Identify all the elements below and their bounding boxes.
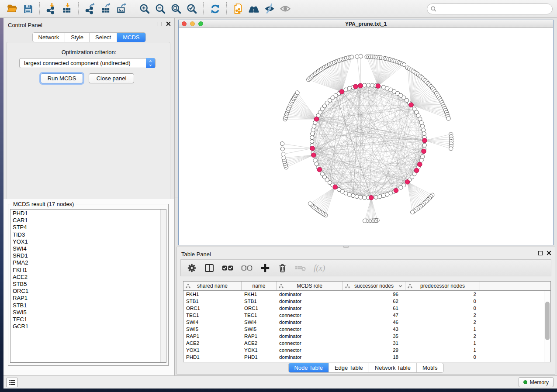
mcds-result-item[interactable]: PHD1 xyxy=(10,210,160,217)
close-panel-button[interactable]: Close panel xyxy=(89,73,134,83)
column-header-successor-nodes[interactable]: successor nodes xyxy=(343,282,405,290)
column-header-shared-name[interactable]: shared name xyxy=(183,282,242,290)
maximize-window-icon[interactable] xyxy=(198,21,203,26)
graph-edge[interactable] xyxy=(357,57,360,86)
graph-edge[interactable] xyxy=(318,72,342,92)
graph-edge[interactable] xyxy=(312,149,343,192)
graph-node[interactable] xyxy=(347,86,351,90)
graph-node[interactable] xyxy=(366,83,370,87)
table-options-gear-icon[interactable] xyxy=(187,263,197,273)
column-header-mcds-role[interactable]: MCDS role xyxy=(277,282,343,290)
graph-edge[interactable] xyxy=(310,187,335,203)
graph-leaf-node[interactable] xyxy=(446,117,450,120)
graph-edge[interactable] xyxy=(283,148,312,154)
graph-hub-node[interactable] xyxy=(409,103,414,107)
graph-edge[interactable] xyxy=(314,187,335,207)
graph-edge[interactable] xyxy=(320,187,335,211)
graph-hub-node[interactable] xyxy=(369,196,374,200)
graph-node[interactable] xyxy=(421,124,425,128)
show-log-button[interactable] xyxy=(6,378,18,387)
network-window-titlebar[interactable]: YPA_prune.txt_1 xyxy=(179,20,553,28)
mcds-result-item[interactable]: CAR1 xyxy=(10,217,160,224)
graph-hub-node[interactable] xyxy=(317,167,322,172)
graph-node[interactable] xyxy=(363,83,367,87)
graph-node[interactable] xyxy=(313,158,317,162)
tab-motifs[interactable]: Motifs xyxy=(416,363,443,372)
table-scrollbar-thumb[interactable] xyxy=(545,302,550,340)
mcds-result-item[interactable]: ACE2 xyxy=(10,274,160,281)
mcds-result-item[interactable]: TEC1 xyxy=(10,316,160,323)
tab-node-table[interactable]: Node Table xyxy=(288,363,329,372)
add-column-icon[interactable] xyxy=(260,263,270,273)
export-table-button[interactable] xyxy=(98,1,114,16)
graph-hub-node[interactable] xyxy=(353,84,358,89)
graph-edge[interactable] xyxy=(371,198,374,221)
graph-node[interactable] xyxy=(422,132,426,136)
column-header-predecessor-nodes[interactable]: predecessor nodes xyxy=(405,282,480,290)
graph-edge[interactable] xyxy=(360,56,361,86)
graph-leaf-node[interactable] xyxy=(295,91,299,95)
mcds-result-item[interactable]: ORC1 xyxy=(10,288,160,295)
close-window-icon[interactable] xyxy=(182,21,187,26)
graph-node[interactable] xyxy=(355,195,359,199)
mcds-result-item[interactable]: YOX1 xyxy=(10,238,160,245)
graph-node[interactable] xyxy=(381,85,385,89)
graph-node[interactable] xyxy=(421,155,425,158)
table-row[interactable]: STB1STB1dominator620 xyxy=(183,298,544,305)
graph-hub-node[interactable] xyxy=(333,185,338,189)
close-panel-icon[interactable] xyxy=(166,21,171,26)
graph-edge[interactable] xyxy=(408,182,419,208)
refresh-view-button[interactable] xyxy=(207,1,223,16)
graph-edge[interactable] xyxy=(411,85,429,105)
graph-leaf-node[interactable] xyxy=(402,63,406,67)
unselect-all-columns-icon[interactable] xyxy=(241,265,253,272)
graph-edge[interactable] xyxy=(292,102,317,119)
mcds-result-item[interactable]: GCR1 xyxy=(10,323,160,330)
share-document-button[interactable] xyxy=(230,1,246,16)
table-row[interactable]: RAP1RAP1dominator352 xyxy=(183,333,544,340)
mcds-result-item[interactable]: TID3 xyxy=(10,231,160,238)
open-file-button[interactable] xyxy=(4,1,20,16)
graph-hub-node[interactable] xyxy=(418,162,422,167)
table-row[interactable]: SWI4SWI4dominator462 xyxy=(183,319,544,326)
tab-network-table[interactable]: Network Table xyxy=(369,363,416,372)
zoom-selected-button[interactable] xyxy=(184,1,200,16)
graph-node[interactable] xyxy=(310,139,314,143)
graph-edge[interactable] xyxy=(285,155,314,162)
run-mcds-button[interactable]: Run MCDS xyxy=(41,73,83,83)
graph-edge[interactable] xyxy=(318,187,336,210)
table-row[interactable]: FKH1FKH1dominator962 xyxy=(183,291,544,298)
graph-hub-node[interactable] xyxy=(314,117,319,122)
graph-edge[interactable] xyxy=(374,57,378,86)
graph-node[interactable] xyxy=(311,132,315,136)
table-scrollbar[interactable] xyxy=(544,291,550,362)
graph-leaf-node[interactable] xyxy=(281,152,285,156)
mcds-result-item[interactable]: STB1 xyxy=(10,302,160,309)
graph-node[interactable] xyxy=(419,120,423,124)
graph-edge[interactable] xyxy=(372,57,378,86)
graph-node[interactable] xyxy=(378,195,382,199)
float-panel-icon[interactable] xyxy=(158,22,162,26)
graph-leaf-node[interactable] xyxy=(280,147,284,151)
graph-hub-node[interactable] xyxy=(358,83,363,88)
minimize-window-icon[interactable] xyxy=(190,21,195,26)
graph-edge[interactable] xyxy=(371,92,394,198)
graph-edge[interactable] xyxy=(289,107,316,119)
graph-edge[interactable] xyxy=(409,69,411,105)
graph-node[interactable] xyxy=(399,186,403,189)
table-row[interactable]: YOX1YOX1connector291 xyxy=(183,347,544,354)
delete-columns-trash-icon[interactable] xyxy=(277,263,287,273)
graph-edge[interactable] xyxy=(295,96,317,119)
graph-edge[interactable] xyxy=(368,198,371,221)
hide-graphics-details-button[interactable] xyxy=(262,1,277,16)
graph-edge[interactable] xyxy=(313,130,425,141)
graph-node[interactable] xyxy=(374,195,378,199)
graph-leaf-node[interactable] xyxy=(411,210,415,214)
zoom-in-button[interactable] xyxy=(137,1,152,16)
graph-node[interactable] xyxy=(419,158,423,162)
graph-leaf-node[interactable] xyxy=(350,55,354,59)
mcds-result-item[interactable]: FKH1 xyxy=(10,267,160,274)
graph-node[interactable] xyxy=(363,196,367,199)
graph-node[interactable] xyxy=(385,193,389,196)
graph-node[interactable] xyxy=(381,194,385,198)
